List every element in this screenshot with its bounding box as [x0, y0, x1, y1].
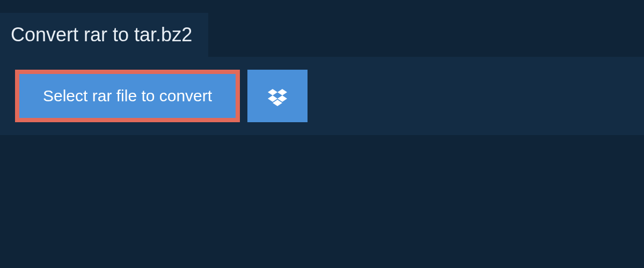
- button-row: Select rar file to convert: [15, 70, 629, 122]
- page-header: Convert rar to tar.bz2: [0, 13, 208, 57]
- dropbox-button[interactable]: [247, 70, 308, 122]
- select-file-label: Select rar file to convert: [43, 87, 212, 105]
- select-file-button[interactable]: Select rar file to convert: [15, 70, 240, 122]
- page-title: Convert rar to tar.bz2: [11, 24, 192, 46]
- svg-marker-1: [277, 89, 287, 95]
- svg-marker-0: [268, 89, 277, 95]
- dropbox-icon: [266, 85, 289, 107]
- convert-panel: Select rar file to convert: [0, 57, 644, 135]
